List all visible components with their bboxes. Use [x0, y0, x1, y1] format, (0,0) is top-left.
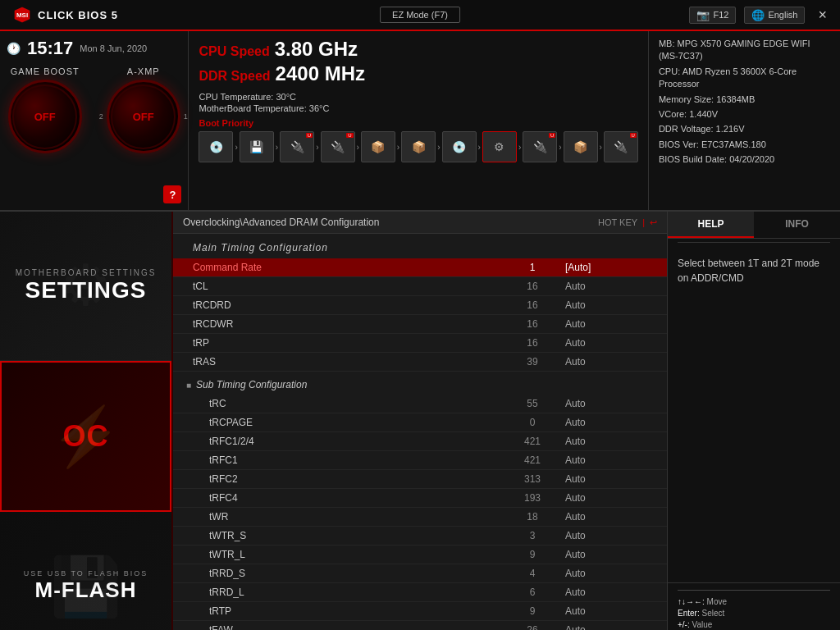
boot-device-3[interactable]: 🔌U: [321, 131, 355, 162]
main-timing-rows: Command Rate 1 [Auto] tCL 16 Auto tRCDRD…: [173, 258, 667, 372]
table-row[interactable]: tWTR_S 3 Auto: [173, 527, 667, 546]
svg-text:MSI: MSI: [16, 11, 28, 19]
table-row[interactable]: tCL 16 Auto: [173, 277, 667, 296]
sub-timing-header[interactable]: ■ Sub Timing Configuration: [173, 375, 667, 395]
row-value: 39: [500, 356, 565, 368]
table-row[interactable]: tRFC2 313 Auto: [173, 470, 667, 489]
row-value: 16: [500, 281, 565, 292]
mflash-sub-label: Use USB to flash BIOS: [24, 569, 148, 578]
row-value: 9: [500, 549, 565, 560]
table-row[interactable]: tRP 16 Auto: [173, 334, 667, 353]
table-row[interactable]: Command Rate 1 [Auto]: [173, 258, 667, 277]
table-row[interactable]: tRFC1/2/4 421 Auto: [173, 432, 667, 451]
msi-logo-icon: MSI: [13, 6, 31, 24]
row-value: 16: [500, 318, 565, 330]
boot-devices: 💿›💾›🔌U›🔌U›📦›📦›💿›⚙›🔌U›📦›🔌U: [199, 131, 637, 162]
row-name: tRFC1/2/4: [193, 436, 500, 447]
row-value: 421: [500, 436, 565, 447]
row-name: tRCDRD: [193, 299, 500, 311]
table-row[interactable]: tRRD_S 4 Auto: [173, 564, 667, 583]
ddr-speed-value: 2400 MHz: [276, 62, 365, 85]
row-value: 4: [500, 568, 565, 579]
hotkey-area: HOT KEY | ↩: [598, 217, 657, 228]
sidebar-item-mflash[interactable]: 💾 Use USB to flash BIOS M-FLASH: [0, 512, 171, 630]
row-setting: Auto: [565, 568, 647, 579]
row-setting: Auto: [565, 530, 647, 541]
help-bottom: ↑↓→←: MoveEnter: Select+/-: ValueESC: Ex…: [668, 582, 840, 630]
row-name: tWTR_S: [193, 530, 500, 541]
screenshot-button[interactable]: 📷 F12: [689, 7, 736, 24]
row-name: tWR: [193, 511, 500, 523]
row-value: 1: [500, 262, 565, 273]
settings-main-label: SETTINGS: [25, 277, 146, 304]
table-row[interactable]: tWR 18 Auto: [173, 508, 667, 527]
boot-device-0[interactable]: 💿: [199, 131, 233, 162]
row-setting: Auto: [565, 337, 647, 349]
table-row[interactable]: tRCDWR 16 Auto: [173, 315, 667, 334]
tab-info[interactable]: INFO: [754, 212, 840, 238]
hotkey-icon: |: [642, 217, 645, 227]
back-icon[interactable]: ↩: [650, 217, 657, 228]
help-question-button[interactable]: ?: [163, 185, 181, 203]
logo-area: MSI CLICK BIOS 5: [0, 6, 131, 24]
boot-device-9[interactable]: 📦: [564, 131, 598, 162]
bios-title: CLICK BIOS 5: [38, 9, 118, 21]
tab-help[interactable]: HELP: [668, 212, 754, 238]
boot-device-5[interactable]: 📦: [401, 131, 436, 162]
row-name: tRTP: [193, 605, 500, 617]
row-value: 18: [500, 511, 565, 523]
table-row[interactable]: tFAW 26 Auto: [173, 621, 667, 630]
clock-icon: 🕐: [7, 42, 21, 55]
game-boost-knob[interactable]: OFF: [8, 80, 82, 153]
table-row[interactable]: tRTP 9 Auto: [173, 602, 667, 621]
row-value: 3: [500, 530, 565, 541]
a-xmp-knob[interactable]: 2 OFF 1: [107, 80, 180, 153]
row-setting: Auto: [565, 605, 647, 617]
row-name: tCL: [193, 281, 500, 292]
camera-icon: 📷: [696, 9, 710, 21]
row-setting: Auto: [565, 281, 647, 292]
game-boost-label: GAME BOOST: [11, 66, 80, 76]
sidebar-item-settings[interactable]: ⚙ Motherboard settings SETTINGS: [0, 212, 171, 361]
boost-area: GAME BOOST OFF A-XMP 2 OFF 1: [7, 62, 181, 158]
a-xmp-off-label: OFF: [133, 111, 154, 123]
table-container[interactable]: Main Timing Configuration Command Rate 1…: [173, 234, 667, 630]
row-setting: Auto: [565, 511, 647, 523]
help-panel: HELP INFO Select between 1T and 2T mode …: [667, 212, 840, 630]
main-timing-header: Main Timing Configuration: [173, 237, 667, 258]
table-row[interactable]: tWTR_L 9 Auto: [173, 546, 667, 564]
table-row[interactable]: tRRD_L 6 Auto: [173, 583, 667, 602]
language-button[interactable]: 🌐 English: [744, 7, 805, 24]
row-setting: Auto: [565, 436, 647, 447]
hotkey-label: HOT KEY: [598, 217, 637, 227]
clock-date: Mon 8 Jun, 2020: [80, 43, 147, 53]
table-row[interactable]: tRCPAGE 0 Auto: [173, 413, 667, 432]
table-row[interactable]: tRC 55 Auto: [173, 395, 667, 413]
row-value: 16: [500, 299, 565, 311]
row-value: 6: [500, 587, 565, 598]
table-row[interactable]: tRFC4 193 Auto: [173, 489, 667, 508]
close-button[interactable]: ×: [813, 7, 832, 24]
boot-device-2[interactable]: 🔌U: [280, 131, 314, 162]
boot-device-4[interactable]: 📦: [361, 131, 395, 162]
sub-timing-label: Sub Timing Configuration: [196, 379, 307, 390]
row-setting: Auto: [565, 549, 647, 560]
a-xmp-label: A-XMP: [127, 66, 160, 76]
table-row[interactable]: tRCDRD 16 Auto: [173, 296, 667, 315]
mb-temp-row: MotherBoard Temperature: 36°C: [199, 103, 637, 113]
table-row[interactable]: tRFC1 421 Auto: [173, 451, 667, 470]
center-panel: CPU Speed 3.80 GHz DDR Speed 2400 MHz CP…: [189, 31, 648, 210]
boot-device-1[interactable]: 💾: [240, 131, 274, 162]
boot-device-10[interactable]: 🔌U: [604, 131, 638, 162]
sidebar-item-oc[interactable]: ⚡ OC: [0, 361, 171, 513]
row-value: 421: [500, 454, 565, 466]
boot-device-7[interactable]: ⚙: [482, 131, 517, 162]
key-hints: ↑↓→←: MoveEnter: Select+/-: ValueESC: Ex…: [678, 597, 830, 630]
ez-mode-button[interactable]: EZ Mode (F7): [380, 7, 460, 23]
boot-device-6[interactable]: 💿: [442, 131, 477, 162]
boot-device-8[interactable]: 🔌U: [523, 131, 557, 162]
table-row[interactable]: tRAS 39 Auto: [173, 353, 667, 372]
knob-num-left: 2: [99, 112, 103, 121]
clock-time: 15:17: [27, 38, 73, 59]
cpu-temp-row: CPU Temperature: 30°C: [199, 92, 637, 102]
